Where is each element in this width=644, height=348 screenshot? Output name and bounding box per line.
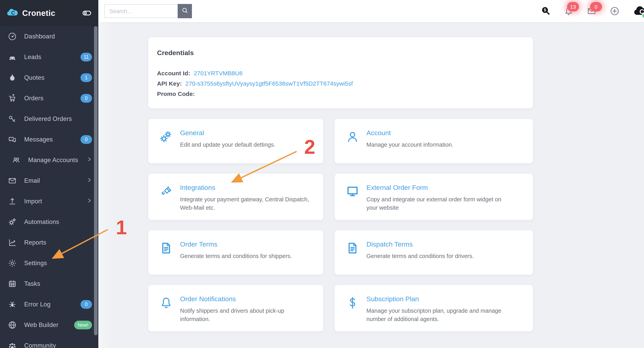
- card-description: Manage your account information.: [366, 141, 454, 149]
- card-description: Edit and update your default dettings.: [180, 141, 275, 149]
- credentials-card: Credentials Account Id: 2701YRTVMB8U6 AP…: [148, 37, 533, 108]
- settings-cards-grid: General Edit and update your default det…: [148, 119, 533, 331]
- messages-count-badge: 0: [80, 135, 92, 144]
- user-avatar[interactable]: C: [632, 4, 644, 18]
- api-key-value[interactable]: 270-s3755s6ysftyUVyaysy1gtf5F6536swT1Vf5…: [186, 80, 353, 87]
- bell-icon: [160, 296, 174, 324]
- integrations-card[interactable]: Integrations Integrate your payment gate…: [148, 174, 323, 220]
- sidebar-item-label: Quotes: [24, 74, 44, 81]
- globe-icon: [7, 320, 18, 330]
- dashboard-icon: [7, 31, 18, 42]
- gears-icon: [160, 130, 174, 155]
- sidebar-item-delivered-orders[interactable]: Delivered Orders: [0, 109, 98, 129]
- plug-icon: [160, 185, 174, 212]
- sidebar-item-manage-accounts[interactable]: Manage Accounts: [0, 150, 98, 170]
- users-icon: [11, 155, 22, 165]
- credential-row-api-key: API Key: 270-s3755s6ysftyUVyaysy1gtf5F65…: [157, 80, 533, 87]
- general-card[interactable]: General Edit and update your default det…: [148, 119, 323, 163]
- document-icon: [160, 241, 174, 267]
- sidebar-item-error-log[interactable]: Error Log 0: [0, 294, 98, 315]
- sidebar-item-import[interactable]: Import: [0, 191, 98, 212]
- sidebar-item-label: Orders: [24, 95, 44, 102]
- gear-icon: [7, 258, 18, 268]
- subscription-plan-card[interactable]: Subscription Plan Manage your subscripto…: [335, 285, 533, 331]
- sidebar-item-label: Leads: [24, 53, 41, 61]
- sidebar-item-label: Community: [24, 342, 56, 348]
- brand-name: Cronetic: [22, 8, 55, 18]
- sidebar-toggle-icon[interactable]: [82, 8, 92, 18]
- document-icon: [346, 241, 360, 267]
- web-builder-new-badge: New!: [74, 321, 92, 329]
- card-title[interactable]: External Order Form: [366, 184, 506, 192]
- sidebar-item-dashboard[interactable]: Dashboard: [0, 26, 98, 47]
- sidebar-item-label: Automations: [24, 218, 59, 226]
- card-description: Integrate your payment gateway, Central …: [180, 195, 312, 212]
- credential-row-promo-code: Promo Code:: [157, 90, 533, 97]
- card-title[interactable]: General: [180, 129, 275, 137]
- brand-logo[interactable]: C Cronetic: [6, 7, 55, 19]
- sidebar-item-label: Email: [24, 177, 40, 184]
- chevron-right-icon: [86, 198, 92, 205]
- order-terms-card[interactable]: Order Terms Generate terms and condition…: [148, 230, 323, 275]
- messages-envelope-icon[interactable]: 0: [586, 5, 597, 17]
- topbar-icons: $ 13 0 C: [540, 4, 644, 18]
- card-description: Notify shippers and drivers about pick-u…: [180, 307, 312, 324]
- search-icon: [182, 7, 188, 15]
- sidebar-item-email[interactable]: Email: [0, 170, 98, 191]
- sidebar-item-messages[interactable]: Messages 0: [0, 129, 98, 150]
- people-group-icon: [7, 341, 18, 348]
- automation-gears-icon: [7, 217, 18, 227]
- money-bag-icon: $: [7, 72, 18, 83]
- sidebar-header: C Cronetic: [0, 0, 98, 26]
- message-count-badge: 0: [590, 2, 602, 11]
- app-window: C Cronetic Dashboard Leads 11 $ Quo: [0, 0, 644, 348]
- search-input[interactable]: [104, 4, 178, 18]
- credential-row-account-id: Account Id: 2701YRTVMB8U6: [157, 70, 533, 76]
- sidebar-item-community[interactable]: Community: [0, 335, 98, 348]
- sidebar-item-automations[interactable]: Automations: [0, 212, 98, 232]
- account-card[interactable]: Account Manage your account information.: [335, 119, 533, 163]
- search-bar: [104, 4, 192, 18]
- chevron-right-icon: [86, 177, 92, 184]
- account-id-label: Account Id:: [157, 70, 190, 76]
- sidebar-item-settings[interactable]: Settings: [0, 253, 98, 274]
- order-notifications-card[interactable]: Order Notifications Notify shippers and …: [148, 285, 323, 331]
- sidebar-item-label: Messages: [24, 136, 53, 143]
- car-icon: [7, 52, 18, 62]
- sidebar-item-reports[interactable]: Reports: [0, 232, 98, 253]
- card-description: Copy and integrate our external order fo…: [366, 195, 506, 212]
- cart-plus-icon: [7, 93, 18, 103]
- sidebar-item-orders[interactable]: Orders 0: [0, 88, 98, 109]
- promo-code-label: Promo Code:: [157, 90, 195, 97]
- card-title[interactable]: Account: [366, 129, 454, 137]
- sidebar-item-tasks[interactable]: Tasks: [0, 274, 98, 294]
- topbar: $ 13 0 C: [98, 0, 644, 22]
- envelope-icon: [7, 176, 18, 186]
- sidebar-item-leads[interactable]: Leads 11: [0, 47, 98, 67]
- billing-search-icon[interactable]: $: [540, 5, 551, 17]
- sidebar-scrollbar[interactable]: [94, 26, 98, 335]
- calendar-icon: [7, 279, 18, 289]
- orders-count-badge: 0: [80, 94, 92, 103]
- card-title[interactable]: Order Terms: [180, 241, 292, 249]
- sidebar-item-label: Delivered Orders: [24, 115, 72, 122]
- card-title[interactable]: Integrations: [180, 184, 312, 192]
- card-description: Generate terms and conditions for shippe…: [180, 252, 292, 260]
- sidebar-item-label: Settings: [24, 260, 47, 267]
- main-content: Credentials Account Id: 2701YRTVMB8U6 AP…: [98, 22, 644, 348]
- card-title[interactable]: Dispatch Terms: [366, 241, 474, 249]
- card-title[interactable]: Subscription Plan: [366, 295, 506, 303]
- search-button[interactable]: [178, 4, 192, 18]
- sidebar-item-label: Tasks: [24, 280, 40, 287]
- sidebar-item-label: Manage Accounts: [28, 157, 78, 164]
- dispatch-terms-card[interactable]: Dispatch Terms Generate terms and condit…: [335, 230, 533, 275]
- sidebar: C Cronetic Dashboard Leads 11 $ Quo: [0, 0, 98, 348]
- account-id-value[interactable]: 2701YRTVMB8U6: [194, 70, 242, 76]
- sidebar-item-quotes[interactable]: $ Quotes 1: [0, 67, 98, 88]
- external-order-form-card[interactable]: External Order Form Copy and integrate o…: [335, 174, 533, 220]
- card-title[interactable]: Order Notifications: [180, 295, 312, 303]
- add-new-icon[interactable]: [609, 5, 620, 17]
- notifications-bell-icon[interactable]: 13: [563, 5, 574, 17]
- sidebar-item-label: Web Builder: [24, 322, 58, 329]
- sidebar-item-web-builder[interactable]: Web Builder New!: [0, 315, 98, 335]
